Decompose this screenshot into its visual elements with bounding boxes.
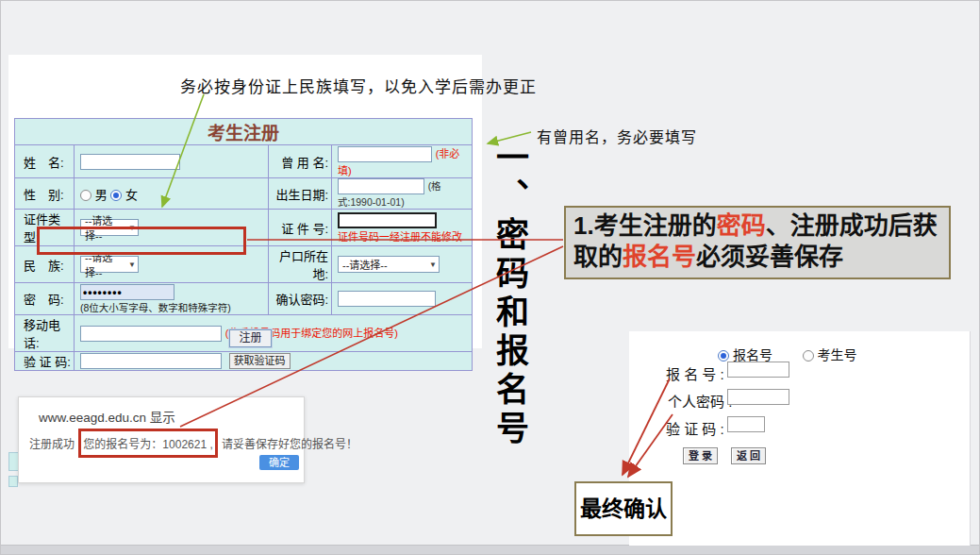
note-red-password: 密码 xyxy=(717,211,766,240)
note-text: 1.考生注册的 xyxy=(573,211,717,240)
name-input[interactable] xyxy=(80,154,180,170)
password-label: 密 码: xyxy=(15,283,75,315)
ethnicity-annotation: 务必按身份证上民族填写，以免入学后需办更正 xyxy=(180,74,537,97)
gender-male-radio[interactable] xyxy=(80,190,91,201)
alert-dialog: www.eeagd.edu.cn 显示 注册成功 您的报名号为：1002621 … xyxy=(18,396,305,483)
form-title: 考生注册 xyxy=(15,119,473,145)
password-hint: (8位大小写字母、数字和特殊字符) xyxy=(80,300,268,314)
tutorial-slide: 务必按身份证上民族填写，以免入学后需办更正 考生注册 姓 名: 曾 用 名: (… xyxy=(0,0,980,555)
background-page-fragment xyxy=(8,476,18,487)
captcha-input[interactable] xyxy=(80,353,222,369)
name-label: 姓 名: xyxy=(15,145,75,178)
gender-female-label: 女 xyxy=(125,188,138,202)
residence-select[interactable]: --请选择-- ▼ xyxy=(338,256,440,273)
password-input[interactable] xyxy=(80,284,174,300)
table-row: 性 别: 男 女 出生日期: (格式:1990-01-01) xyxy=(15,178,473,210)
former-name-label: 曾 用 名: xyxy=(269,145,332,178)
login-captcha-input[interactable] xyxy=(727,416,765,432)
gender-label: 性 别: xyxy=(15,178,75,210)
regno-radio[interactable] xyxy=(718,350,729,362)
login-captcha-label: 验 证 码 : xyxy=(666,418,724,438)
login-button[interactable]: 登 录 xyxy=(683,447,718,464)
chevron-down-icon: ▼ xyxy=(128,261,136,269)
back-button[interactable]: 返 回 xyxy=(731,447,766,464)
table-row: 验 证 码: 获取验证码 xyxy=(15,352,473,371)
register-submit-button[interactable]: 注册 xyxy=(229,329,272,347)
id-no-input[interactable] xyxy=(338,212,437,228)
dialog-ok-button[interactable]: 确定 xyxy=(259,455,299,470)
former-name-input[interactable] xyxy=(338,146,432,162)
mobile-input[interactable] xyxy=(80,326,222,342)
login-type-radios: 报名号 考生号 xyxy=(718,345,857,363)
regno-emphasis-box: 您的报名号为：1002621 , xyxy=(78,429,217,458)
captcha-label: 验 证 码: xyxy=(15,352,75,371)
dialog-message-prefix: 注册成功 xyxy=(29,438,75,451)
chevron-down-icon: ▼ xyxy=(429,261,437,269)
table-row: 密 码: (8位大小写字母、数字和特殊字符) 确认密码: xyxy=(15,283,473,315)
confirm-password-input[interactable] xyxy=(338,291,436,307)
former-name-annotation: 有曾用名，务必要填写 xyxy=(537,125,697,147)
id-no-label: 证 件 号: xyxy=(269,210,332,246)
login-panel: 报名号 考生号 报 名 号 : 个人密码 : 验 证 码 : 登 录 返 回 xyxy=(629,331,971,546)
examno-radio-label: 考生号 xyxy=(818,347,857,362)
examno-radio[interactable] xyxy=(803,350,814,362)
dialog-title: www.eeagd.edu.cn 显示 xyxy=(39,407,175,426)
bottom-gray-band xyxy=(1,545,980,555)
ethnicity-select[interactable]: --请选择-- ▼ xyxy=(80,256,139,273)
table-row: 姓 名: 曾 用 名: (非必填) xyxy=(15,145,473,178)
note-red-regno: 报名号 xyxy=(623,243,696,271)
mobile-label: 移动电话: xyxy=(15,315,75,352)
gender-male-label: 男 xyxy=(95,188,108,202)
dialog-message: 注册成功 您的报名号为：1002621 , 请妥善保存好您的报名号！ xyxy=(29,429,357,458)
password-keep-note: 1.考生注册的密码、注册成功后获取的报名号必须妥善保存 xyxy=(564,206,951,279)
login-password-input[interactable] xyxy=(727,389,789,405)
residence-label: 户口所在地: xyxy=(269,246,332,283)
confirm-password-label: 确认密码: xyxy=(269,283,332,315)
birth-date-label: 出生日期: xyxy=(269,178,332,210)
birth-date-input[interactable] xyxy=(338,178,424,194)
login-regno-label: 报 名 号 : xyxy=(666,363,724,383)
vertical-section-title: 一、密码和报名号 xyxy=(487,140,532,449)
get-captcha-button[interactable]: 获取验证码 xyxy=(229,353,291,369)
gender-female-radio[interactable] xyxy=(110,190,122,201)
table-header-row: 考生注册 xyxy=(15,119,473,145)
note-text: 必须妥善保存 xyxy=(696,243,843,271)
id-no-hint: 证件号码一经注册不能修改 xyxy=(338,228,472,244)
password-emphasis-box xyxy=(37,227,246,255)
final-confirm-box: 最终确认 xyxy=(574,481,673,536)
login-regno-input[interactable] xyxy=(727,362,789,378)
dialog-message-suffix: 请妥善保存好您的报名号！ xyxy=(222,438,357,451)
regno-radio-label: 报名号 xyxy=(733,347,772,362)
login-password-label: 个人密码 : xyxy=(668,391,732,411)
